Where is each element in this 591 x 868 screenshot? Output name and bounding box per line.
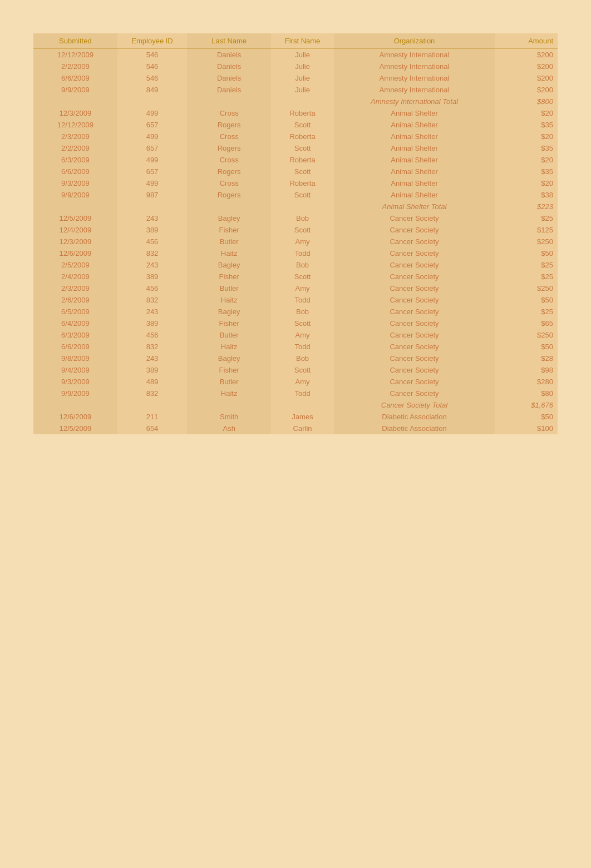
table-header-row: Submitted Employee ID Last Name First Na… (33, 33, 558, 49)
cell-emp-id: 211 (117, 411, 188, 423)
table-row: 9/3/2009489ButlerAmyCancer Society$280 (33, 376, 558, 388)
table-row: 6/4/2009389FisherScottCancer Society$65 (33, 318, 558, 329)
cell-last-name: Haitz (187, 247, 271, 259)
table-row: 12/5/2009654AshCarlinDiabetic Associatio… (33, 423, 558, 434)
cell-last-name: Bagley (187, 212, 271, 224)
table-row: 6/6/2009546DanielsJulieAmnesty Internati… (33, 72, 558, 84)
empty-cell (187, 96, 271, 107)
empty-cell (33, 201, 117, 212)
cell-amount: $125 (495, 224, 558, 236)
cell-org: Cancer Society (334, 353, 495, 364)
cell-emp-id: 657 (117, 142, 188, 154)
subtotal-amount: $223 (495, 201, 558, 212)
table-row: 9/3/2009499CrossRobertaAnimal Shelter$20 (33, 177, 558, 189)
cell-submitted: 9/3/2009 (33, 177, 117, 189)
empty-cell (271, 96, 334, 107)
empty-cell (271, 201, 334, 212)
cell-emp-id: 832 (117, 247, 188, 259)
cell-first-name: Julie (271, 72, 334, 84)
cell-org: Animal Shelter (334, 107, 495, 119)
header-employee-id: Employee ID (117, 33, 188, 49)
cell-emp-id: 456 (117, 236, 188, 247)
cell-org: Cancer Society (334, 376, 495, 388)
table-row: 12/12/2009546DanielsJulieAmnesty Interna… (33, 49, 558, 61)
cell-emp-id: 849 (117, 84, 188, 96)
cell-emp-id: 832 (117, 294, 188, 306)
cell-amount: $250 (495, 329, 558, 341)
cell-emp-id: 389 (117, 364, 188, 376)
cell-last-name: Fisher (187, 224, 271, 236)
cell-first-name: Scott (271, 142, 334, 154)
cell-last-name: Haitz (187, 388, 271, 399)
cell-submitted: 2/2/2009 (33, 142, 117, 154)
cell-emp-id: 832 (117, 388, 188, 399)
cell-org: Cancer Society (334, 224, 495, 236)
cell-first-name: Scott (271, 224, 334, 236)
table-row: 2/3/2009499CrossRobertaAnimal Shelter$20 (33, 131, 558, 142)
cell-first-name: Amy (271, 236, 334, 247)
cell-amount: $20 (495, 177, 558, 189)
table-row: 6/3/2009456ButlerAmyCancer Society$250 (33, 329, 558, 341)
cell-emp-id: 489 (117, 376, 188, 388)
cell-org: Cancer Society (334, 341, 495, 353)
cell-amount: $80 (495, 388, 558, 399)
cell-submitted: 9/8/2009 (33, 353, 117, 364)
cell-emp-id: 389 (117, 224, 188, 236)
cell-last-name: Cross (187, 131, 271, 142)
cell-emp-id: 546 (117, 49, 188, 61)
cell-org: Cancer Society (334, 294, 495, 306)
table-row: 2/6/2009832HaitzToddCancer Society$50 (33, 294, 558, 306)
cell-first-name: Amy (271, 282, 334, 294)
cell-submitted: 6/6/2009 (33, 72, 117, 84)
cell-org: Cancer Society (334, 364, 495, 376)
table-row: Cancer Society Total$1,676 (33, 399, 558, 411)
subtotal-org: Cancer Society Total (334, 399, 495, 411)
cell-emp-id: 456 (117, 282, 188, 294)
cell-submitted: 2/3/2009 (33, 282, 117, 294)
cell-org: Cancer Society (334, 212, 495, 224)
cell-amount: $38 (495, 189, 558, 201)
cell-first-name: Todd (271, 388, 334, 399)
cell-submitted: 12/12/2009 (33, 119, 117, 131)
cell-submitted: 9/3/2009 (33, 376, 117, 388)
table-row: 6/6/2009657RogersScottAnimal Shelter$35 (33, 166, 558, 177)
empty-cell (33, 96, 117, 107)
cell-emp-id: 546 (117, 72, 188, 84)
cell-submitted: 9/9/2009 (33, 388, 117, 399)
cell-amount: $50 (495, 247, 558, 259)
cell-last-name: Daniels (187, 72, 271, 84)
table-row: 12/4/2009389FisherScottCancer Society$12… (33, 224, 558, 236)
cell-last-name: Daniels (187, 84, 271, 96)
cell-first-name: Amy (271, 329, 334, 341)
cell-org: Amnesty International (334, 61, 495, 72)
table-row: 6/6/2009832HaitzToddCancer Society$50 (33, 341, 558, 353)
cell-emp-id: 657 (117, 166, 188, 177)
cell-first-name: Bob (271, 212, 334, 224)
table-row: 9/8/2009243BagleyBobCancer Society$28 (33, 353, 558, 364)
cell-org: Animal Shelter (334, 131, 495, 142)
cell-submitted: 12/3/2009 (33, 236, 117, 247)
cell-first-name: Scott (271, 119, 334, 131)
table-row: 9/9/2009832HaitzToddCancer Society$80 (33, 388, 558, 399)
cell-first-name: Scott (271, 318, 334, 329)
header-organization: Organization (334, 33, 495, 49)
cell-amount: $25 (495, 306, 558, 318)
cell-last-name: Cross (187, 154, 271, 166)
cell-emp-id: 499 (117, 154, 188, 166)
cell-amount: $28 (495, 353, 558, 364)
cell-submitted: 12/5/2009 (33, 212, 117, 224)
empty-cell (187, 399, 271, 411)
cell-amount: $20 (495, 131, 558, 142)
cell-last-name: Fisher (187, 271, 271, 282)
table-row: 12/5/2009243BagleyBobCancer Society$25 (33, 212, 558, 224)
cell-emp-id: 499 (117, 107, 188, 119)
cell-first-name: Scott (271, 364, 334, 376)
cell-amount: $50 (495, 341, 558, 353)
cell-last-name: Rogers (187, 189, 271, 201)
cell-amount: $50 (495, 411, 558, 423)
cell-first-name: Bob (271, 259, 334, 271)
table-row: 9/9/2009987RogersScottAnimal Shelter$38 (33, 189, 558, 201)
subtotal-org: Animal Shelter Total (334, 201, 495, 212)
cell-first-name: Roberta (271, 154, 334, 166)
cell-first-name: Roberta (271, 107, 334, 119)
